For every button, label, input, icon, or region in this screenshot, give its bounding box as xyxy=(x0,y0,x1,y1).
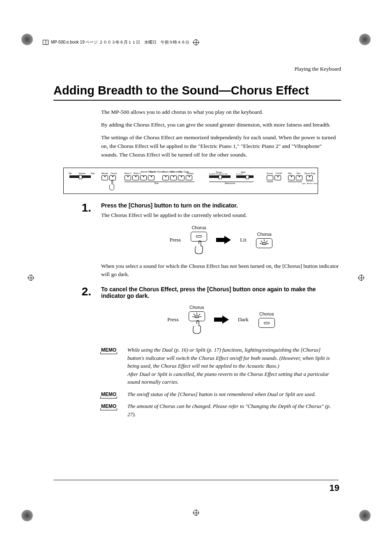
running-head: Playing the Keyboard xyxy=(53,66,341,72)
beat-slider xyxy=(236,175,254,178)
lbl-play: Play xyxy=(288,172,292,175)
memo-1-body: While using the Dual (p. 16) or Split (p… xyxy=(127,346,336,386)
tone-button xyxy=(132,175,139,180)
page-number: 19 xyxy=(330,483,339,493)
crop-mark-cross xyxy=(25,272,37,284)
sound-line xyxy=(267,182,273,182)
lbl-ep2: Electric Piano 2 xyxy=(150,170,158,173)
page-title: Adding Breadth to the Sound—Chorus Effec… xyxy=(53,84,341,101)
press-label: Press xyxy=(170,237,181,243)
svg-line-8 xyxy=(194,314,195,315)
tone-button xyxy=(148,175,154,180)
sound-button xyxy=(267,175,273,180)
lbl-metronome: Metronome xyxy=(225,182,235,184)
crop-mark-circle xyxy=(359,34,371,45)
crop-mark-circle xyxy=(21,34,33,45)
lbl-harpsi: Harpsi-chord xyxy=(162,170,170,173)
step-number: 1. xyxy=(53,202,101,214)
crop-mark-cross xyxy=(190,507,202,519)
finger-icon xyxy=(191,320,203,334)
arrow-right-icon xyxy=(215,235,232,245)
book-icon xyxy=(43,40,48,45)
step-1-diagram: Press Chorus Lit Chorus xyxy=(159,225,283,255)
step-1-text1: The Chorus Effect will be applied to the… xyxy=(101,211,341,219)
memo-3: MEMO The amount of Chorus can be changed… xyxy=(101,402,336,418)
lbl-piano1: Piano 1 xyxy=(125,172,131,175)
tone-button xyxy=(186,175,192,180)
chorus-caption: Chorus xyxy=(189,305,204,310)
lbl-volume: Volume xyxy=(78,172,85,175)
tone-line xyxy=(125,182,194,182)
finger-icon xyxy=(108,180,115,191)
memo-3-body: The amount of Chorus can be changed. Ple… xyxy=(127,402,336,418)
panel-diagram: Min Volume Max Reverb Chorus Piano 1 Pia… xyxy=(63,168,318,194)
tone-button xyxy=(140,175,147,180)
lbl-rec: Rec xyxy=(297,172,300,175)
svg-line-2 xyxy=(261,241,262,242)
chorus-button-dark: Chorus xyxy=(258,311,275,328)
lbl-ep1: Electric Piano 1 xyxy=(141,170,149,173)
tone-button xyxy=(170,175,177,180)
intro-p1: The MP-500 allows you to add chorus to w… xyxy=(101,108,336,117)
page-content: Playing the Keyboard Adding Breadth to t… xyxy=(53,66,341,421)
lbl-strings: Strings xyxy=(187,172,194,175)
svg-line-3 xyxy=(266,241,267,242)
header-strip-text: MP-500.e.book 19 ページ ２００３年６月１１日 水曜日 午前９時… xyxy=(51,39,189,45)
tone-button xyxy=(178,175,184,180)
arrow-right-icon xyxy=(213,315,230,325)
chorus-caption: Chorus xyxy=(191,225,206,230)
intro-block: The MP-500 allows you to add chorus to w… xyxy=(101,108,336,159)
lbl-heavy: Heavy xyxy=(314,182,318,184)
header-strip: MP-500.e.book 19 ページ ２００３年６月１１日 水曜日 午前９時… xyxy=(43,39,189,45)
lbl-sound: Sound xyxy=(267,172,272,175)
lbl-beat-vals: 0 2 3 4 6 xyxy=(236,173,243,175)
lit-label: Lit xyxy=(240,237,246,243)
page-number-rule xyxy=(53,480,339,480)
step-2-head: To cancel the Chorus Effect, press the [… xyxy=(101,286,341,299)
step-number: 2. xyxy=(53,286,101,297)
dark-label: Dark xyxy=(238,316,249,323)
lbl-pipe: Pipe Organ xyxy=(179,170,186,173)
memo-icon: MEMO xyxy=(101,402,122,418)
svg-line-9 xyxy=(199,314,200,315)
lbl-medium: Medium xyxy=(307,182,313,184)
step-2: 2. To cancel the Chorus Effect, press th… xyxy=(53,286,341,342)
crop-mark-circle xyxy=(21,510,33,521)
lbl-max: Max xyxy=(91,172,95,175)
memo-1: MEMO While using the Dual (p. 16) or Spl… xyxy=(101,346,336,386)
recorder-line xyxy=(288,182,302,182)
lbl-chorus: Chorus xyxy=(111,172,117,175)
lbl-light: Light xyxy=(302,182,306,184)
intro-p2: By adding the Chorus Effect, you can giv… xyxy=(101,121,336,129)
onoff-button xyxy=(274,175,281,180)
lbl-min: Min xyxy=(69,172,72,175)
crop-mark-cross xyxy=(355,272,367,284)
tone-button xyxy=(125,175,131,180)
play-button xyxy=(288,175,295,180)
metronome-line xyxy=(209,182,254,182)
lbl-reverb: Reverb xyxy=(101,172,108,175)
chorus-caption: Chorus xyxy=(257,232,272,237)
memo-1a: While using the Dual (p. 16) or Split (p… xyxy=(127,347,330,369)
reverb-button xyxy=(101,175,108,180)
step-1-head: Press the [Chorus] button to turn on the… xyxy=(101,202,341,209)
lbl-tone: Tone xyxy=(154,182,159,184)
volume-slider xyxy=(69,175,91,178)
lbl-keytouch: Key Touch xyxy=(306,180,314,182)
memo-2-body: The on/off status of the [Chorus] button… xyxy=(127,390,336,398)
lbl-demosong: Demo Song xyxy=(304,172,315,175)
chorus-button-pressed: Chorus xyxy=(191,225,207,255)
step-2-diagram: Press Chorus xyxy=(159,305,283,334)
svg-rect-0 xyxy=(262,243,266,244)
crop-mark-cross xyxy=(190,36,202,48)
lbl-vibra: Vibra-phone xyxy=(171,170,178,173)
lbl-onoff: On/Off xyxy=(276,172,282,175)
memo-2: MEMO The on/off status of the [Chorus] b… xyxy=(101,390,336,398)
rec-button xyxy=(296,175,302,180)
lbl-piano2: Piano 2 xyxy=(134,172,141,175)
step-1: 1. Press the [Chorus] button to turn on … xyxy=(53,202,341,283)
memo-icon: MEMO xyxy=(101,346,122,386)
crop-mark-circle xyxy=(359,510,371,521)
press-label: Press xyxy=(167,316,178,323)
chorus-button-lit: Chorus xyxy=(256,232,272,248)
